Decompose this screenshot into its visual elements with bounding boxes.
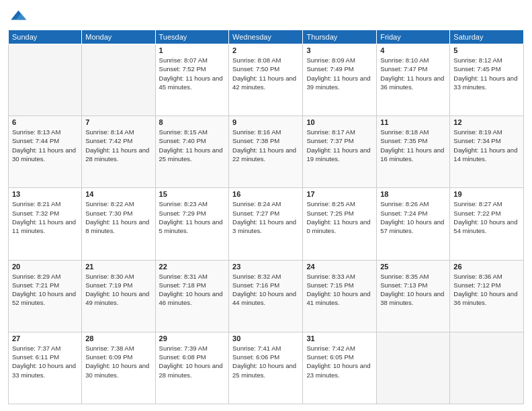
weekday-header-saturday: Saturday (450, 30, 524, 44)
calendar-cell: 18 Sunrise: 8:26 AMSunset: 7:24 PMDaylig… (377, 188, 450, 260)
calendar-cell: 12 Sunrise: 8:19 AMSunset: 7:34 PMDaylig… (450, 116, 524, 188)
weekday-header-wednesday: Wednesday (229, 30, 303, 44)
day-number: 12 (453, 118, 520, 126)
day-info: Sunrise: 8:23 AMSunset: 7:29 PMDaylight:… (159, 199, 225, 235)
calendar-cell (450, 332, 524, 404)
calendar-cell: 20 Sunrise: 8:29 AMSunset: 7:21 PMDaylig… (9, 260, 82, 332)
calendar-cell: 14 Sunrise: 8:22 AMSunset: 7:30 PMDaylig… (82, 188, 155, 260)
day-number: 3 (306, 46, 373, 54)
day-info: Sunrise: 8:25 AMSunset: 7:25 PMDaylight:… (306, 199, 373, 235)
day-number: 18 (380, 190, 446, 198)
day-number: 24 (306, 263, 373, 271)
day-number: 1 (159, 46, 225, 54)
calendar-cell (9, 44, 82, 116)
page-header (8, 7, 524, 26)
calendar-cell: 31 Sunrise: 7:42 AMSunset: 6:05 PMDaylig… (303, 332, 377, 404)
calendar-cell (377, 332, 450, 404)
day-info: Sunrise: 8:07 AMSunset: 7:52 PMDaylight:… (159, 56, 225, 91)
day-info: Sunrise: 8:27 AMSunset: 7:22 PMDaylight:… (453, 199, 520, 235)
calendar-cell: 26 Sunrise: 8:36 AMSunset: 7:12 PMDaylig… (450, 260, 524, 332)
day-number: 21 (85, 263, 151, 271)
weekday-header-tuesday: Tuesday (155, 30, 228, 44)
calendar-cell: 2 Sunrise: 8:08 AMSunset: 7:50 PMDayligh… (229, 44, 303, 116)
calendar-cell: 13 Sunrise: 8:21 AMSunset: 7:32 PMDaylig… (9, 188, 82, 260)
calendar-cell: 23 Sunrise: 8:32 AMSunset: 7:16 PMDaylig… (229, 260, 303, 332)
calendar-cell (82, 44, 155, 116)
day-info: Sunrise: 8:09 AMSunset: 7:49 PMDaylight:… (306, 56, 373, 91)
day-info: Sunrise: 8:35 AMSunset: 7:13 PMDaylight:… (380, 272, 446, 308)
calendar-cell: 9 Sunrise: 8:16 AMSunset: 7:38 PMDayligh… (229, 116, 303, 188)
day-info: Sunrise: 8:13 AMSunset: 7:44 PMDaylight:… (12, 128, 78, 163)
calendar-cell: 10 Sunrise: 8:17 AMSunset: 7:37 PMDaylig… (303, 116, 377, 188)
calendar-week-2: 6 Sunrise: 8:13 AMSunset: 7:44 PMDayligh… (9, 116, 524, 188)
day-number: 19 (453, 190, 520, 198)
day-number: 2 (232, 46, 299, 54)
day-info: Sunrise: 8:21 AMSunset: 7:32 PMDaylight:… (12, 199, 78, 235)
day-info: Sunrise: 8:29 AMSunset: 7:21 PMDaylight:… (12, 272, 78, 308)
day-info: Sunrise: 7:39 AMSunset: 6:08 PMDaylight:… (159, 344, 225, 379)
calendar-cell: 1 Sunrise: 8:07 AMSunset: 7:52 PMDayligh… (155, 44, 228, 116)
calendar-cell: 4 Sunrise: 8:10 AMSunset: 7:47 PMDayligh… (377, 44, 450, 116)
day-info: Sunrise: 7:38 AMSunset: 6:09 PMDaylight:… (85, 344, 151, 379)
day-number: 29 (159, 334, 225, 342)
day-info: Sunrise: 8:31 AMSunset: 7:18 PMDaylight:… (159, 272, 225, 308)
calendar-week-3: 13 Sunrise: 8:21 AMSunset: 7:32 PMDaylig… (9, 188, 524, 260)
day-number: 28 (85, 334, 151, 342)
calendar-cell: 19 Sunrise: 8:27 AMSunset: 7:22 PMDaylig… (450, 188, 524, 260)
logo (8, 7, 30, 26)
weekday-header-thursday: Thursday (303, 30, 377, 44)
calendar-cell: 3 Sunrise: 8:09 AMSunset: 7:49 PMDayligh… (303, 44, 377, 116)
day-info: Sunrise: 7:41 AMSunset: 6:06 PMDaylight:… (232, 344, 299, 379)
calendar-week-5: 27 Sunrise: 7:37 AMSunset: 6:11 PMDaylig… (9, 332, 524, 404)
weekday-header-monday: Monday (82, 30, 155, 44)
calendar-week-1: 1 Sunrise: 8:07 AMSunset: 7:52 PMDayligh… (9, 44, 524, 116)
day-info: Sunrise: 8:26 AMSunset: 7:24 PMDaylight:… (380, 199, 446, 235)
day-number: 22 (159, 263, 225, 271)
calendar-cell: 28 Sunrise: 7:38 AMSunset: 6:09 PMDaylig… (82, 332, 155, 404)
day-number: 15 (159, 190, 225, 198)
day-info: Sunrise: 8:12 AMSunset: 7:45 PMDaylight:… (453, 56, 520, 91)
calendar-cell: 5 Sunrise: 8:12 AMSunset: 7:45 PMDayligh… (450, 44, 524, 116)
day-info: Sunrise: 8:19 AMSunset: 7:34 PMDaylight:… (453, 128, 520, 163)
calendar-cell: 24 Sunrise: 8:33 AMSunset: 7:15 PMDaylig… (303, 260, 377, 332)
day-info: Sunrise: 8:17 AMSunset: 7:37 PMDaylight:… (306, 128, 373, 163)
day-number: 27 (12, 334, 78, 342)
day-number: 20 (12, 263, 78, 271)
day-number: 7 (85, 118, 151, 126)
day-info: Sunrise: 8:18 AMSunset: 7:35 PMDaylight:… (380, 128, 446, 163)
day-number: 30 (232, 334, 299, 342)
calendar-cell: 6 Sunrise: 8:13 AMSunset: 7:44 PMDayligh… (9, 116, 82, 188)
day-number: 4 (380, 46, 446, 54)
logo-icon (8, 7, 27, 26)
calendar-week-4: 20 Sunrise: 8:29 AMSunset: 7:21 PMDaylig… (9, 260, 524, 332)
calendar-cell: 15 Sunrise: 8:23 AMSunset: 7:29 PMDaylig… (155, 188, 228, 260)
day-info: Sunrise: 8:16 AMSunset: 7:38 PMDaylight:… (232, 128, 299, 163)
day-number: 17 (306, 190, 373, 198)
day-info: Sunrise: 8:32 AMSunset: 7:16 PMDaylight:… (232, 272, 299, 308)
day-number: 26 (453, 263, 520, 271)
day-number: 14 (85, 190, 151, 198)
day-number: 10 (306, 118, 373, 126)
calendar-cell: 30 Sunrise: 7:41 AMSunset: 6:06 PMDaylig… (229, 332, 303, 404)
day-number: 11 (380, 118, 446, 126)
calendar-table: SundayMondayTuesdayWednesdayThursdayFrid… (8, 30, 524, 404)
calendar-cell: 7 Sunrise: 8:14 AMSunset: 7:42 PMDayligh… (82, 116, 155, 188)
calendar-cell: 8 Sunrise: 8:15 AMSunset: 7:40 PMDayligh… (155, 116, 228, 188)
day-info: Sunrise: 8:33 AMSunset: 7:15 PMDaylight:… (306, 272, 373, 308)
calendar-cell: 17 Sunrise: 8:25 AMSunset: 7:25 PMDaylig… (303, 188, 377, 260)
weekday-header-row: SundayMondayTuesdayWednesdayThursdayFrid… (9, 30, 524, 44)
calendar-cell: 25 Sunrise: 8:35 AMSunset: 7:13 PMDaylig… (377, 260, 450, 332)
day-number: 23 (232, 263, 299, 271)
calendar-cell: 21 Sunrise: 8:30 AMSunset: 7:19 PMDaylig… (82, 260, 155, 332)
calendar-cell: 16 Sunrise: 8:24 AMSunset: 7:27 PMDaylig… (229, 188, 303, 260)
weekday-header-friday: Friday (377, 30, 450, 44)
day-info: Sunrise: 8:08 AMSunset: 7:50 PMDaylight:… (232, 56, 299, 91)
calendar-cell: 29 Sunrise: 7:39 AMSunset: 6:08 PMDaylig… (155, 332, 228, 404)
day-info: Sunrise: 8:22 AMSunset: 7:30 PMDaylight:… (85, 199, 151, 235)
day-info: Sunrise: 8:24 AMSunset: 7:27 PMDaylight:… (232, 199, 299, 235)
weekday-header-sunday: Sunday (9, 30, 82, 44)
day-info: Sunrise: 8:36 AMSunset: 7:12 PMDaylight:… (453, 272, 520, 308)
day-number: 5 (453, 46, 520, 54)
day-info: Sunrise: 8:10 AMSunset: 7:47 PMDaylight:… (380, 56, 446, 91)
day-number: 8 (159, 118, 225, 126)
